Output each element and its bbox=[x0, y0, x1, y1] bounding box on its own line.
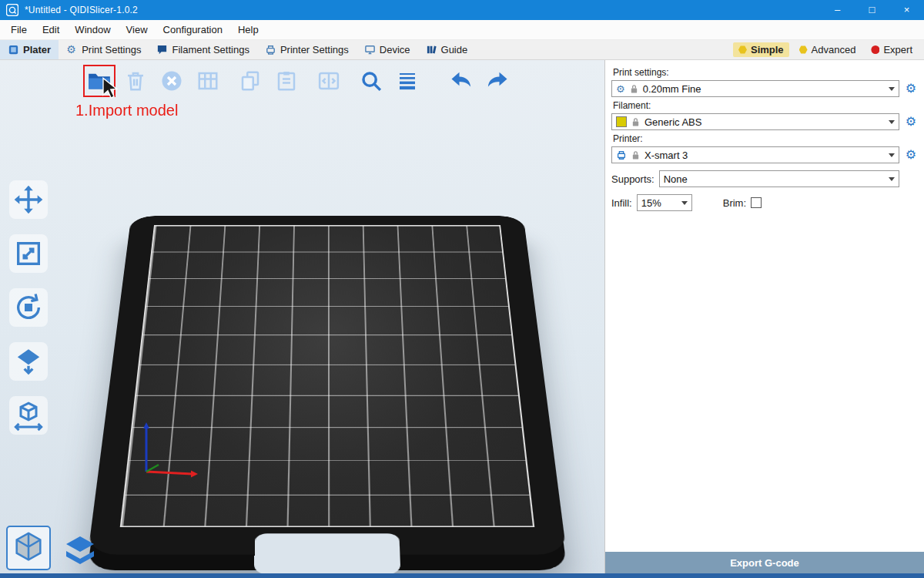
infill-label: Infill: bbox=[611, 197, 632, 209]
build-plate bbox=[88, 216, 567, 554]
lock-icon bbox=[630, 84, 638, 94]
delete-all-button[interactable] bbox=[157, 66, 186, 96]
mouse-cursor-icon bbox=[99, 77, 122, 100]
scale-button[interactable] bbox=[9, 234, 48, 273]
infill-value: 15% bbox=[641, 197, 661, 209]
search-button[interactable] bbox=[357, 66, 386, 96]
brim-label: Brim: bbox=[723, 197, 746, 209]
window-bottom-border bbox=[0, 573, 924, 578]
supports-label: Supports: bbox=[611, 173, 654, 185]
menu-window[interactable]: Window bbox=[67, 20, 118, 40]
titlebar: *Untitled - QIDISlicer-1.0.2 – □ × bbox=[0, 0, 924, 20]
chevron-down-icon bbox=[889, 177, 895, 181]
3d-editor-view-button[interactable] bbox=[6, 526, 51, 570]
print-preset-value: 0.20mm Fine bbox=[643, 83, 701, 95]
rotate-button[interactable] bbox=[9, 288, 48, 327]
import-annotation: 1.Import model bbox=[75, 102, 178, 119]
menu-edit[interactable]: Edit bbox=[35, 20, 67, 40]
tab-label: Guide bbox=[441, 44, 468, 55]
infill-dropdown[interactable]: 15% bbox=[637, 194, 692, 211]
settings-panel: Print settings: ⚙ 0.20mm Fine ⚙ Filament… bbox=[604, 60, 924, 573]
filament-preset-value: Generic ABS bbox=[644, 116, 701, 128]
delete-button[interactable] bbox=[121, 66, 150, 96]
expert-mode-icon bbox=[871, 45, 879, 54]
app-logo-icon bbox=[6, 4, 18, 16]
measure-button[interactable] bbox=[9, 396, 48, 435]
tab-label: Plater bbox=[23, 44, 51, 55]
tab-label: Filament Settings bbox=[172, 44, 249, 55]
redo-button[interactable] bbox=[483, 66, 512, 96]
tabbar: Plater ⚙ Print Settings Filament Setting… bbox=[0, 40, 924, 60]
menu-help[interactable]: Help bbox=[230, 20, 266, 40]
printer-preset-value: X-smart 3 bbox=[644, 150, 688, 161]
view-toolbar bbox=[6, 526, 100, 570]
place-on-face-button[interactable] bbox=[9, 342, 48, 381]
brim-checkbox[interactable] bbox=[751, 197, 762, 208]
mode-simple[interactable]: Simple bbox=[733, 42, 789, 57]
paste-button[interactable] bbox=[272, 66, 301, 96]
tab-label: Printer Settings bbox=[280, 44, 349, 55]
mode-advanced[interactable]: Advanced bbox=[794, 42, 862, 57]
import-model-button[interactable] bbox=[85, 66, 114, 96]
minimize-button[interactable]: – bbox=[820, 0, 855, 20]
viewport-toolbar bbox=[85, 66, 519, 96]
print-preset-dropdown[interactable]: ⚙ 0.20mm Fine bbox=[611, 80, 899, 97]
filament-settings-icon bbox=[156, 44, 168, 55]
chevron-down-icon bbox=[889, 120, 895, 124]
tab-device[interactable]: Device bbox=[357, 40, 418, 59]
arrange-button[interactable] bbox=[193, 66, 223, 96]
simple-mode-icon bbox=[738, 45, 747, 54]
menu-configuration[interactable]: Configuration bbox=[156, 20, 230, 40]
left-toolbar bbox=[9, 180, 48, 435]
tab-print-settings[interactable]: ⚙ Print Settings bbox=[59, 40, 149, 59]
copy-button[interactable] bbox=[236, 66, 265, 96]
mode-expert[interactable]: Expert bbox=[865, 42, 918, 57]
advanced-mode-icon bbox=[799, 45, 808, 54]
chevron-down-icon bbox=[889, 153, 895, 157]
menu-file[interactable]: File bbox=[3, 20, 35, 40]
print-settings-label: Print settings: bbox=[613, 67, 918, 78]
tab-printer-settings[interactable]: Printer Settings bbox=[257, 40, 357, 59]
mode-label: Expert bbox=[883, 44, 912, 55]
edit-print-settings-button[interactable]: ⚙ bbox=[904, 82, 918, 95]
chevron-down-icon bbox=[681, 201, 688, 205]
plate-handle-notch bbox=[254, 533, 401, 573]
lock-icon bbox=[631, 117, 640, 127]
filament-color-swatch bbox=[616, 116, 627, 127]
device-icon bbox=[364, 44, 376, 55]
window-controls: – □ × bbox=[820, 0, 924, 20]
variable-layer-height-button[interactable] bbox=[393, 66, 422, 96]
filament-preset-dropdown[interactable]: Generic ABS bbox=[611, 113, 899, 130]
guide-icon bbox=[426, 44, 437, 55]
move-button[interactable] bbox=[9, 180, 48, 219]
split-button[interactable] bbox=[314, 66, 343, 96]
origin-axes-icon bbox=[132, 421, 217, 486]
maximize-button[interactable]: □ bbox=[855, 0, 889, 20]
printer-label: Printer: bbox=[613, 133, 918, 144]
3d-viewport[interactable]: 1.Import model bbox=[0, 60, 604, 573]
tab-guide[interactable]: Guide bbox=[418, 40, 476, 59]
chevron-down-icon bbox=[889, 87, 895, 91]
print-settings-gear-icon: ⚙ bbox=[66, 44, 78, 55]
tab-label: Print Settings bbox=[82, 44, 141, 55]
tab-plater[interactable]: Plater bbox=[0, 40, 59, 59]
tab-label: Device bbox=[380, 44, 410, 55]
edit-filament-settings-button[interactable]: ⚙ bbox=[904, 116, 918, 128]
supports-dropdown[interactable]: None bbox=[659, 170, 899, 187]
close-button[interactable]: × bbox=[889, 0, 924, 20]
printer-icon bbox=[616, 150, 627, 160]
build-plate-scene bbox=[112, 83, 543, 573]
edit-printer-settings-button[interactable]: ⚙ bbox=[904, 149, 918, 161]
menu-view[interactable]: View bbox=[119, 20, 156, 40]
preview-layers-button[interactable] bbox=[60, 530, 100, 570]
app-window: *Untitled - QIDISlicer-1.0.2 – □ × File … bbox=[0, 0, 924, 578]
export-gcode-button[interactable]: Export G-code bbox=[605, 552, 924, 573]
printer-preset-dropdown[interactable]: X-smart 3 bbox=[611, 146, 899, 163]
print-preset-gear-icon: ⚙ bbox=[616, 84, 625, 94]
window-title: *Untitled - QIDISlicer-1.0.2 bbox=[25, 5, 138, 15]
tab-filament-settings[interactable]: Filament Settings bbox=[149, 40, 256, 59]
plater-icon bbox=[8, 44, 19, 55]
undo-button[interactable] bbox=[447, 66, 476, 96]
filament-label: Filament: bbox=[613, 100, 918, 111]
mode-label: Advanced bbox=[812, 44, 856, 55]
